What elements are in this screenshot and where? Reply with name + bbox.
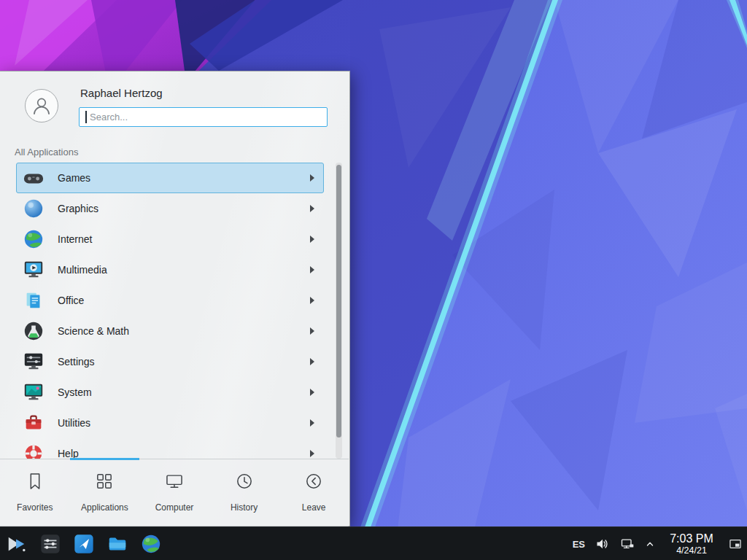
tab-history[interactable]: History xyxy=(209,459,279,526)
category-graphics[interactable]: Graphics xyxy=(16,193,324,224)
software-center-icon[interactable] xyxy=(73,533,95,555)
submenu-arrow-icon xyxy=(310,174,314,182)
category-label: Multimedia xyxy=(58,264,107,276)
science-icon xyxy=(23,320,44,342)
submenu-arrow-icon xyxy=(310,266,314,273)
system-tray: ES 7:03 PM xyxy=(573,527,747,560)
taskbar-panel: ES 7:03 PM xyxy=(0,526,747,560)
user-avatar[interactable] xyxy=(25,89,58,122)
category-label: Games xyxy=(58,172,90,184)
category-label: Graphics xyxy=(58,203,98,214)
digital-clock[interactable]: 7:03 PM 4/24/21 xyxy=(665,532,718,556)
submenu-arrow-icon xyxy=(310,297,314,304)
user-name: Raphael Hertzog xyxy=(80,87,163,99)
active-tab-indicator xyxy=(70,458,140,460)
volume-icon[interactable] xyxy=(595,537,610,551)
app-launcher-icon[interactable] xyxy=(6,533,28,555)
submenu-arrow-icon xyxy=(310,205,314,212)
help-icon xyxy=(23,443,44,459)
system-icon xyxy=(23,381,44,403)
network-icon[interactable] xyxy=(620,537,635,551)
tab-label: Leave xyxy=(302,502,326,513)
category-list: Games Graphics Internet xyxy=(0,163,350,459)
taskbar-left xyxy=(0,533,162,555)
favorites-icon xyxy=(25,471,45,494)
computer-icon xyxy=(164,471,185,494)
submenu-arrow-icon xyxy=(310,419,314,427)
category-internet[interactable]: Internet xyxy=(16,224,324,254)
category-multimedia[interactable]: Multimedia xyxy=(16,254,324,285)
tab-label: Favorites xyxy=(17,502,53,513)
tray-expander-chevron-icon[interactable] xyxy=(645,537,655,551)
games-icon xyxy=(23,167,44,189)
keyboard-layout-indicator[interactable]: ES xyxy=(573,539,585,550)
submenu-arrow-icon xyxy=(310,358,314,365)
tab-applications[interactable]: Applications xyxy=(70,459,140,526)
clock-time: 7:03 PM xyxy=(665,532,718,545)
category-office[interactable]: Office xyxy=(16,285,324,316)
category-help[interactable]: Help xyxy=(16,438,324,459)
category-system[interactable]: System xyxy=(16,377,324,408)
tab-label: Applications xyxy=(81,502,128,513)
tab-label: History xyxy=(231,502,258,513)
category-settings[interactable]: Settings xyxy=(16,346,324,377)
graphics-icon xyxy=(23,198,44,219)
tab-computer[interactable]: Computer xyxy=(139,459,209,526)
web-browser-icon[interactable] xyxy=(140,533,162,555)
scrollbar-handle[interactable] xyxy=(336,165,341,438)
show-desktop-icon[interactable] xyxy=(728,537,743,551)
tweaks-icon[interactable] xyxy=(39,533,61,555)
text-caret xyxy=(85,111,87,123)
tab-label: Computer xyxy=(155,502,194,513)
category-utilities[interactable]: Utilities xyxy=(16,408,324,438)
category-label: Help xyxy=(58,448,79,459)
settings-icon xyxy=(23,351,44,373)
utilities-icon xyxy=(23,412,44,434)
history-icon xyxy=(234,471,255,494)
tab-favorites[interactable]: Favorites xyxy=(0,459,70,526)
category-science-math[interactable]: Science & Math xyxy=(16,316,324,346)
clock-date: 4/24/21 xyxy=(665,545,718,556)
submenu-arrow-icon xyxy=(310,450,314,457)
leave-icon xyxy=(303,471,324,494)
launcher-footer-tabs: Favorites Applications Computer xyxy=(0,459,349,526)
section-label: All Applications xyxy=(15,147,78,158)
desktop: Raphael Hertzog All Applications Games G… xyxy=(0,0,747,560)
applications-icon xyxy=(94,471,115,494)
office-icon xyxy=(23,289,44,311)
submenu-arrow-icon xyxy=(310,236,314,243)
category-label: Settings xyxy=(58,356,95,368)
category-label: System xyxy=(58,386,92,398)
category-games[interactable]: Games xyxy=(16,163,324,193)
multimedia-icon xyxy=(23,259,44,281)
internet-icon xyxy=(23,228,44,250)
submenu-arrow-icon xyxy=(310,389,314,396)
category-label: Utilities xyxy=(58,417,90,429)
submenu-arrow-icon xyxy=(310,327,314,335)
search-input[interactable] xyxy=(79,107,328,127)
file-manager-icon[interactable] xyxy=(107,533,128,555)
tab-leave[interactable]: Leave xyxy=(279,459,349,526)
category-label: Office xyxy=(58,295,84,306)
application-launcher-menu: Raphael Hertzog All Applications Games G… xyxy=(0,71,350,526)
category-label: Science & Math xyxy=(58,325,129,337)
category-label: Internet xyxy=(58,233,92,245)
